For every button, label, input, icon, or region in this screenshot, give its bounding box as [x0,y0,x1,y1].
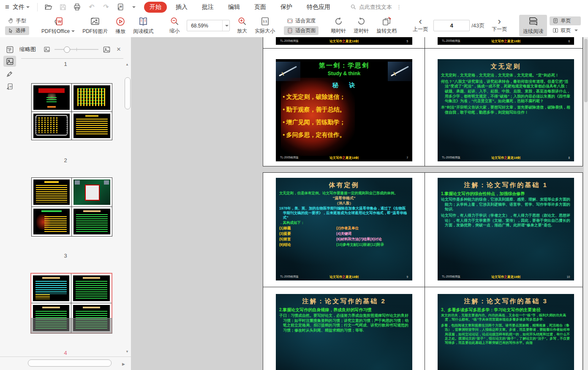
zoom-level-select[interactable]: 68.59% [187,20,230,31]
fit-page-button[interactable]: 适合页面 [284,26,318,35]
sidebar-hscrollbar-thumb[interactable] [28,359,112,367]
tab-protect[interactable]: 保护 [275,2,298,13]
read-mode-button[interactable]: 阅读模式 [129,15,157,36]
tab-insert[interactable]: 插入 [170,2,193,13]
redo-button[interactable]: ↷ [102,3,110,11]
outline-panel-button[interactable] [3,44,16,55]
play-button[interactable]: 播放 [112,15,129,36]
thumbnail-page-3[interactable] [31,177,112,237]
file-menu[interactable]: 文件 [13,3,30,11]
slide-paragraph: ．其构成如下： [279,220,409,225]
pdf-page-4[interactable]: 体有定例 文无定则，但是体有定例。论文写作要遵循一定的规则和业已形成的体例。 “… [263,172,583,370]
undo-button[interactable]: ↶ [87,3,96,11]
close-panel-icon[interactable]: × [117,45,121,54]
hand-tool-button[interactable]: 手型 [5,16,29,25]
slide-title: 注解：论文写作的基础 1 [439,181,572,189]
slide-paragraph: 子曰：习惯成自然。要写好论文，必须努力养成自觉按照规律写作论文的良好习惯：如平时… [279,313,409,333]
bullet-line: 增广见闻，苦练勤学； [283,119,412,126]
continuous-pages-icon [528,16,539,27]
slide-title: 体有定例 [278,181,411,189]
pdf-to-image-button[interactable]: PDF转图片 [79,15,112,36]
continuous-read-button[interactable]: 连续阅读 [519,15,547,36]
sidebar-scroll-up-arrow[interactable]: ▲ [124,63,130,66]
print-button[interactable] [73,3,82,11]
slide-paragraph: 1978年，美、英、加的生物医学期刊编辑在加拿大温哥华集会，通过了《生物医学期刊… [279,206,409,220]
slide-7: 第一剑：学思剑 Study & think 秘 诀 文无定则，破除迷信； 勤于观… [276,59,412,161]
rotate-document-button[interactable]: 旋转文档 [373,15,400,36]
single-page-icon [553,18,558,24]
slider-knob[interactable] [64,46,70,53]
tab-edit[interactable]: 编辑 [223,2,245,13]
slide-paragraph: 文无定则，但是体有定例。论文写作要遵循一定的规则和业已形成的体例。 [279,191,409,196]
export-doc-icon[interactable]: W [116,3,125,11]
zoom-in-button[interactable]: 放大 [233,15,251,36]
document-area[interactable]: TL-2005精简版论文写作之屠龙18剑5 TL-2005精简版论文写作之屠龙1… [131,37,584,370]
tab-page[interactable]: 页面 [249,2,272,13]
open-file-button[interactable] [44,3,53,11]
export-panel-button[interactable]: W [3,81,16,92]
tab-home[interactable]: 开始 [144,2,167,13]
slide-title: 文无定则 [439,63,572,71]
export-doc-icon: W [6,83,14,90]
rotate-document-icon [382,16,392,26]
outline-icon [6,46,14,54]
fit-width-button[interactable]: 适合宽度 [284,16,318,25]
slide-title: 注解：论文写作的基础 2 [278,297,411,305]
pdf-page-3[interactable]: TL-2005精简版论文写作之屠龙18剑5 TL-2005精简版论文写作之屠龙1… [263,37,583,166]
thumbnail-size-slider[interactable] [54,49,98,50]
slide-11: 注解：论文写作的基础 2 2.掌握论文写作的自身规律，养成良好的写作习惯 子曰：… [276,294,412,370]
save-button[interactable] [59,3,67,11]
thumbnail-page-4-selected[interactable] [30,273,112,334]
slide-5-footer: TL-2005精简版论文写作之屠龙18剑5 [276,37,412,45]
tab-comment[interactable]: 批注 [196,2,219,13]
chevron-down-icon [26,6,30,10]
rotate-clockwise-button[interactable]: 顺时针 [327,15,350,36]
tab-special-apps[interactable]: 特色应用 [301,2,336,13]
slide-heading: 1.掌握论文写作的综合性特点，加强综合修养 [441,191,571,196]
thumbnail-page-2[interactable] [31,83,112,140]
book-icon [138,16,148,27]
page-total-label: /43页 [471,22,485,30]
format-items: (1)标题(2)作者及单位 (3)提要(4)关键词 (5)前言(6)材料和方法(… [279,226,409,248]
secret-heading: 秘 诀 [276,82,412,89]
slide-6-footer: TL-2005精简版论文写作之屠龙18剑6 [438,37,574,45]
fit-width-icon [287,18,293,24]
actual-size-button[interactable]: 1:1 实际大小 [251,15,279,36]
single-page-button[interactable]: 单页 [550,16,581,25]
main-scrollbar[interactable] [584,37,588,370]
svg-text:1:1: 1:1 [263,20,267,23]
chevron-down-icon [225,25,229,28]
sidebar-scroll-down-arrow[interactable]: ▼ [124,350,130,354]
find-text-box[interactable]: 点此查找文本 [350,3,392,11]
format-alias: （洋八股） [279,201,409,206]
previous-page-button[interactable]: ‹ 上一页 [409,17,432,34]
thumbnail-large-icon [103,46,111,54]
pdf-to-office-button[interactable]: W PDF转Office [38,15,79,36]
sidebar-scroll-right-arrow[interactable]: ▶ [122,362,125,366]
annotation-panel-button[interactable] [3,68,16,79]
zoom-in-icon [237,16,247,26]
main-scrollbar-thumb[interactable] [584,39,588,102]
slide-heading: 3、多看多读多写多思多学：学习论文写作的主要途径 [441,307,571,313]
chevron-down-icon [574,30,578,33]
double-page-button[interactable]: 双页 [550,26,581,35]
chevron-left-icon: ‹ [419,19,422,24]
chevron-down-icon[interactable] [132,6,136,10]
page-label-current: 4 [0,350,131,356]
slide-paragraph: 本“剑法”开宗明义告诉大家，要想写好文章，首先要破除迷信，破除畏惧，相信自我，敢… [441,105,571,115]
select-tool-button[interactable]: 选择 [5,26,29,35]
sidebar-scrollbar-thumb[interactable] [125,77,131,109]
page-number-input[interactable]: 4 [433,20,470,31]
search-icon [350,4,357,10]
divider [37,3,38,11]
slide-paragraph: 文无定则，文无定格，文无定法，文无定体，文无定规。“定”则必死！ [441,73,571,78]
next-page-button[interactable]: › 下一页 [488,17,511,34]
hamburger-menu-icon[interactable]: ≡ [5,3,9,11]
bullet-line: 文无定则，破除迷信； [283,93,412,101]
sidebar: W 缩略图 × 1 2 3 4 ▲ ▼ ▶ [0,37,131,370]
rotate-counterclockwise-button[interactable]: 逆时针 [350,15,373,36]
zoom-out-button[interactable]: 缩小 [166,15,183,36]
slide-title: 注解：论文写作的基础 3 [439,297,572,305]
more-options-icon[interactable]: ⋮ [396,4,402,10]
slide-paragraph: 发文的功夫，无疑主要是内功。内功的高低，又全在一个“练”字，练到大师的功夫高度，… [441,313,571,322]
